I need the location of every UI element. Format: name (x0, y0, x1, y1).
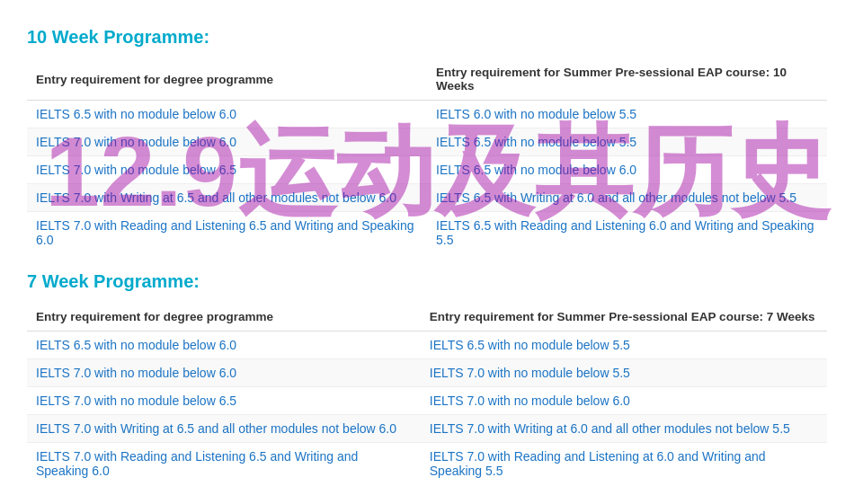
cell-right: IELTS 6.5 with no module below 5.5 (421, 332, 827, 359)
table-7-col1-header: Entry requirement for degree programme (27, 303, 421, 332)
table-row: IELTS 7.0 with no module below 6.5IELTS … (27, 387, 827, 415)
cell-left: IELTS 7.0 with no module below 6.0 (27, 359, 421, 387)
table-row: IELTS 7.0 with Writing at 6.5 and all ot… (27, 415, 827, 443)
section-7-title: 7 Week Programme: (27, 271, 827, 292)
table-7-week: Entry requirement for degree programme E… (27, 303, 827, 484)
cell-right: IELTS 6.0 with no module below 5.5 (427, 101, 827, 128)
section-10-title: 10 Week Programme: (27, 27, 827, 48)
table-row: IELTS 7.0 with Reading and Listening 6.5… (27, 443, 827, 485)
table-row: IELTS 7.0 with Writing at 6.5 and all ot… (27, 184, 827, 212)
table-10-week: Entry requirement for degree programme E… (27, 58, 827, 253)
cell-right: IELTS 7.0 with no module below 6.0 (421, 387, 827, 415)
section-10-week: 10 Week Programme: Entry requirement for… (27, 27, 827, 253)
cell-right: IELTS 6.5 with no module below 5.5 (427, 128, 827, 156)
cell-left: IELTS 7.0 with Writing at 6.5 and all ot… (27, 415, 421, 443)
cell-left: IELTS 6.5 with no module below 6.0 (27, 101, 427, 128)
table-row: IELTS 6.5 with no module below 6.0IELTS … (27, 332, 827, 359)
cell-right: IELTS 6.5 with no module below 6.0 (427, 156, 827, 184)
cell-left: IELTS 7.0 with no module below 6.5 (27, 156, 427, 184)
cell-left: IELTS 7.0 with Writing at 6.5 and all ot… (27, 184, 427, 212)
cell-left: IELTS 6.5 with no module below 6.0 (27, 332, 421, 359)
table-row: IELTS 7.0 with no module below 6.0IELTS … (27, 359, 827, 387)
cell-left: IELTS 7.0 with no module below 6.0 (27, 128, 427, 156)
table-10-header-row: Entry requirement for degree programme E… (27, 58, 827, 101)
table-row: IELTS 7.0 with Reading and Listening 6.5… (27, 212, 827, 254)
table-7-col2-header: Entry requirement for Summer Pre-session… (421, 303, 827, 332)
cell-right: IELTS 6.5 with Reading and Listening 6.0… (427, 212, 827, 254)
table-row: IELTS 6.5 with no module below 6.0IELTS … (27, 101, 827, 128)
table-7-header-row: Entry requirement for degree programme E… (27, 303, 827, 332)
cell-left: IELTS 7.0 with no module below 6.5 (27, 387, 421, 415)
table-10-col2-header: Entry requirement for Summer Pre-session… (427, 58, 827, 101)
cell-right: IELTS 7.0 with no module below 5.5 (421, 359, 827, 387)
table-10-col1-header: Entry requirement for degree programme (27, 58, 427, 101)
cell-right: IELTS 6.5 with Writing at 6.0 and all ot… (427, 184, 827, 212)
section-7-week: 7 Week Programme: Entry requirement for … (27, 271, 827, 484)
cell-right: IELTS 7.0 with Reading and Listening at … (421, 443, 827, 485)
table-row: IELTS 7.0 with no module below 6.5IELTS … (27, 156, 827, 184)
table-row: IELTS 7.0 with no module below 6.0IELTS … (27, 128, 827, 156)
cell-left: IELTS 7.0 with Reading and Listening 6.5… (27, 443, 421, 485)
cell-right: IELTS 7.0 with Writing at 6.0 and all ot… (421, 415, 827, 443)
cell-left: IELTS 7.0 with Reading and Listening 6.5… (27, 212, 427, 254)
